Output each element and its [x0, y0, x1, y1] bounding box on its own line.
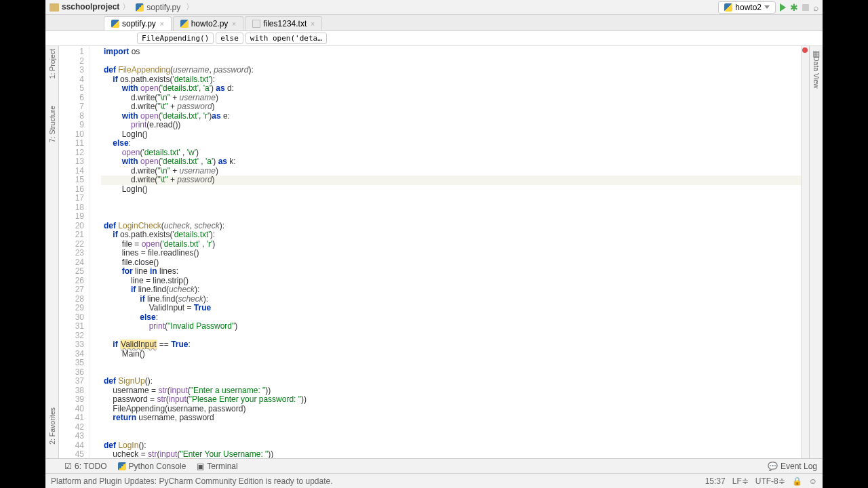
- right-tool-strip: Data View: [809, 46, 823, 458]
- run-config-select[interactable]: howto2: [718, 1, 776, 14]
- tool-python-console[interactable]: Python Console: [118, 462, 186, 471]
- hector-icon[interactable]: ☺: [809, 476, 817, 486]
- editor[interactable]: 1234567891011121314151617181920212223242…: [59, 46, 809, 458]
- debug-button[interactable]: ✱: [790, 2, 798, 13]
- stop-button: [802, 4, 809, 11]
- tab-files1234.txt[interactable]: files1234.txt×: [245, 16, 322, 30]
- lock-icon[interactable]: 🔒: [792, 476, 802, 486]
- context-bar: FileAppending()elsewith open('deta…: [45, 31, 823, 46]
- navigation-bar: sschoolproject〉 soptify.py 〉 howto2 ✱ ⌕: [45, 0, 823, 15]
- close-icon[interactable]: ×: [232, 20, 236, 28]
- breadcrumb[interactable]: sschoolproject〉 soptify.py 〉: [50, 1, 197, 13]
- editor-tabs: soptify.py×howto2.py×files1234.txt×: [45, 15, 823, 31]
- tool-favorites[interactable]: 2: Favorites: [48, 407, 56, 445]
- status-bar: Platform and Plugin Updates: PyCharm Com…: [45, 473, 823, 488]
- grid-icon[interactable]: [812, 49, 820, 56]
- text-icon: [252, 20, 260, 28]
- status-message[interactable]: Platform and Plugin Updates: PyCharm Com…: [51, 476, 333, 486]
- python-icon: [724, 3, 732, 12]
- context-item[interactable]: with open('deta…: [245, 33, 327, 44]
- tool-terminal[interactable]: ▣ Terminal: [197, 462, 237, 471]
- search-icon[interactable]: ⌕: [813, 2, 818, 13]
- python-icon: [111, 20, 119, 28]
- line-number-gutter: 1234567891011121314151617181920212223242…: [59, 46, 90, 458]
- tool-data-view[interactable]: Data View: [812, 56, 821, 89]
- chevron-right-icon: 〉: [186, 1, 194, 13]
- context-item[interactable]: FileAppending(): [137, 33, 214, 44]
- tool-todo[interactable]: ☑ 6: TODO: [64, 462, 107, 471]
- chevron-down-icon: [764, 5, 770, 9]
- folder-icon: [50, 3, 59, 12]
- python-icon: [180, 20, 189, 28]
- python-icon: [118, 462, 126, 470]
- tab-soptify.py[interactable]: soptify.py×: [104, 16, 172, 30]
- status-encoding[interactable]: UTF-8≑: [755, 476, 785, 486]
- status-line-separator[interactable]: LF≑: [732, 476, 749, 486]
- close-icon[interactable]: ×: [311, 20, 315, 28]
- breadcrumb-file: soptify.py: [146, 3, 180, 12]
- run-config-label: howto2: [735, 3, 762, 12]
- status-time: 15:37: [705, 476, 726, 486]
- error-stripe[interactable]: [801, 46, 809, 458]
- breadcrumb-project: sschoolproject: [62, 2, 119, 12]
- tab-howto2.py[interactable]: howto2.py×: [173, 16, 244, 30]
- error-marker[interactable]: [802, 47, 808, 53]
- close-icon[interactable]: ×: [160, 20, 164, 28]
- bottom-tool-strip: ☑ 6: TODO Python Console ▣ Terminal 💬 Ev…: [45, 458, 823, 473]
- left-tool-strip: 1: Project 7: Structure 2: Favorites: [45, 46, 59, 458]
- code-area[interactable]: import os def FileAppending(username, pa…: [101, 46, 801, 458]
- python-icon: [136, 3, 144, 12]
- run-button[interactable]: [780, 3, 786, 12]
- tool-project[interactable]: 1: Project: [48, 49, 56, 79]
- context-item[interactable]: else: [216, 33, 243, 44]
- chevron-right-icon: 〉: [122, 2, 130, 12]
- fold-gutter[interactable]: [90, 46, 101, 458]
- event-log[interactable]: 💬 Event Log: [768, 462, 817, 471]
- tool-structure[interactable]: 7: Structure: [48, 106, 56, 142]
- ide-window: sschoolproject〉 soptify.py 〉 howto2 ✱ ⌕ …: [45, 0, 823, 488]
